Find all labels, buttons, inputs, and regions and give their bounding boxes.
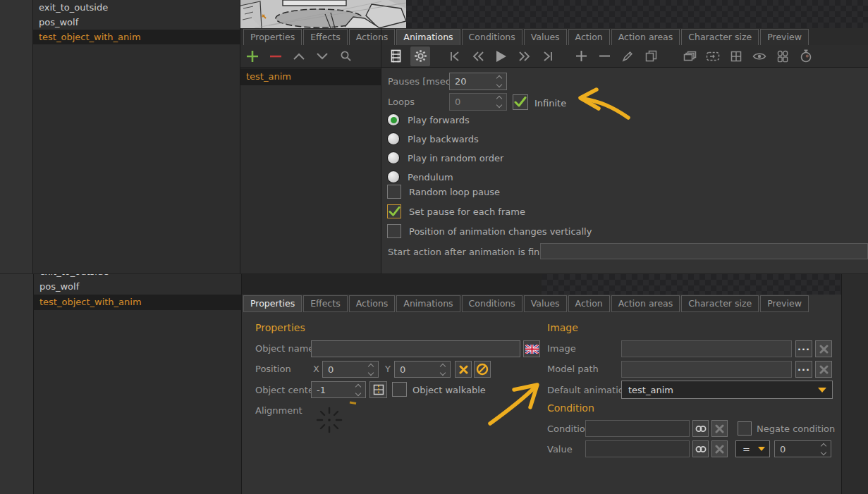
spinner-buttons[interactable]	[437, 364, 448, 375]
duplicate-icon[interactable]	[642, 47, 659, 66]
scene-thumbnail[interactable]	[240, 0, 406, 28]
condition-link-button[interactable]	[692, 420, 709, 437]
loops-spinner[interactable]: 0	[449, 93, 507, 111]
tab-actions[interactable]: Actions	[349, 295, 396, 312]
move-down-button[interactable]	[314, 47, 331, 66]
checkbox-set-pause-for-each-frame[interactable]	[387, 204, 401, 218]
playback-mode-group[interactable]: Play forwardsPlay backwardsPlay in rando…	[387, 113, 503, 190]
position-x-spinner[interactable]: 0	[322, 361, 379, 378]
radio-pendulum[interactable]	[387, 171, 400, 183]
fast-forward-icon[interactable]	[516, 47, 533, 66]
radio-play-backwards[interactable]	[387, 132, 400, 145]
image-browse-button[interactable]: ...	[795, 340, 812, 357]
language-flag-button[interactable]	[523, 340, 540, 357]
frames-view-icon[interactable]	[387, 47, 404, 66]
value-input[interactable]	[585, 440, 690, 457]
image-path-input[interactable]	[621, 340, 792, 357]
position-y-spinner[interactable]: 0	[394, 361, 451, 378]
animation-settings-icon[interactable]	[410, 47, 430, 66]
spinner-buttons[interactable]	[365, 364, 377, 375]
value-number-spinner[interactable]: 0	[774, 440, 831, 457]
frame-parts-icon[interactable]	[774, 47, 791, 66]
list-item[interactable]: test_object_with_anim	[34, 295, 241, 310]
radio-play-forwards[interactable]	[387, 113, 400, 126]
negate-condition-checkbox[interactable]	[738, 421, 752, 436]
value-operator-dropdown[interactable]: =	[735, 440, 770, 457]
tab-effects[interactable]: Effects	[303, 29, 348, 46]
pick-position-button[interactable]	[474, 361, 491, 378]
list-item[interactable]: exit_to_outside	[33, 0, 240, 15]
animation-loop-icon[interactable]	[704, 47, 721, 66]
bottom-tab-bar[interactable]: PropertiesEffectsActionsAnimationsCondit…	[243, 295, 809, 312]
copy-frames-icon[interactable]	[681, 47, 698, 66]
grid-icon[interactable]	[728, 47, 745, 66]
add-frame-icon[interactable]	[573, 47, 589, 66]
spinner-buttons[interactable]	[353, 385, 364, 395]
tab-properties[interactable]: Properties	[243, 29, 302, 46]
tab-values[interactable]: Values	[524, 295, 567, 312]
spinner-buttons[interactable]	[494, 76, 505, 87]
list-item-clipped[interactable]: exit_to_outside	[34, 274, 241, 279]
value-link-button[interactable]	[692, 440, 709, 457]
list-item[interactable]: pos_wolf	[34, 279, 241, 295]
default-animation-dropdown[interactable]: test_anim	[621, 381, 833, 399]
search-icon[interactable]	[337, 47, 354, 66]
animation-list-item[interactable]: test_anim	[240, 68, 381, 85]
tab-character-size[interactable]: Character size	[681, 295, 759, 312]
play-icon[interactable]	[493, 47, 510, 66]
tab-properties[interactable]: Properties	[243, 295, 302, 312]
tab-animations[interactable]: Animations	[396, 295, 460, 312]
animation-options-group[interactable]: Random loop pauseSet pause for each fram…	[387, 185, 592, 244]
animation-list[interactable]: test_anim	[240, 68, 381, 274]
move-up-button[interactable]	[291, 47, 307, 66]
skip-to-end-icon[interactable]	[539, 47, 556, 66]
tab-actions[interactable]: Actions	[349, 29, 396, 46]
condition-input[interactable]	[585, 420, 690, 437]
tab-action-areas[interactable]: Action areas	[611, 295, 680, 312]
add-animation-button[interactable]	[244, 47, 261, 66]
tab-action[interactable]: Action	[568, 29, 610, 46]
object-list[interactable]: exit_to_outsidepos_wolftest_object_with_…	[34, 274, 241, 494]
rewind-icon[interactable]	[470, 47, 487, 66]
model-path-input[interactable]	[621, 361, 792, 378]
infinite-checkbox[interactable]	[513, 94, 528, 110]
condition-clear-button[interactable]	[711, 420, 728, 437]
edit-icon[interactable]	[619, 47, 636, 66]
tab-effects[interactable]: Effects	[303, 295, 348, 312]
tab-conditions[interactable]: Conditions	[462, 295, 522, 312]
object-walkable-checkbox[interactable]	[392, 382, 407, 397]
spinner-buttons[interactable]	[818, 444, 829, 455]
pauses-spinner[interactable]: 20	[449, 73, 507, 90]
tab-action[interactable]: Action	[568, 295, 610, 312]
top-tab-bar[interactable]: PropertiesEffectsActionsAnimationsCondit…	[243, 29, 809, 46]
skip-to-start-icon[interactable]	[446, 47, 463, 66]
tab-preview[interactable]: Preview	[760, 295, 809, 312]
tab-action-areas[interactable]: Action areas	[611, 29, 680, 46]
object-center-pick-button[interactable]	[369, 381, 387, 398]
alignment-direction-widget[interactable]	[313, 404, 346, 436]
timing-icon[interactable]	[797, 47, 814, 66]
model-path-clear-button[interactable]	[815, 361, 832, 378]
checkbox-position-of-animation-changes-vertically[interactable]	[387, 224, 401, 238]
checkbox-random-loop-pause[interactable]	[387, 185, 401, 199]
clear-position-button[interactable]	[455, 361, 472, 378]
object-list[interactable]: exit_to_outsidepos_wolftest_object_with_…	[33, 0, 240, 274]
tab-character-size[interactable]: Character size	[681, 29, 759, 46]
value-clear-button[interactable]	[711, 440, 728, 457]
start-action-input[interactable]	[540, 243, 868, 259]
tab-animations[interactable]: Animations	[396, 29, 460, 46]
visibility-icon[interactable]	[751, 47, 768, 66]
spinner-buttons[interactable]	[494, 97, 505, 107]
image-clear-button[interactable]	[815, 340, 832, 357]
object-center-spinner[interactable]: -1	[311, 381, 366, 398]
model-path-browse-button[interactable]: ...	[795, 361, 812, 378]
remove-animation-button[interactable]	[267, 47, 284, 66]
tab-preview[interactable]: Preview	[760, 29, 809, 46]
remove-frame-icon[interactable]	[596, 47, 613, 66]
list-item[interactable]: test_object_with_anim	[33, 30, 240, 44]
tab-conditions[interactable]: Conditions	[462, 29, 522, 46]
radio-play-in-random-order[interactable]	[387, 152, 400, 164]
object-name-input[interactable]	[311, 340, 520, 357]
list-item[interactable]: pos_wolf	[33, 15, 240, 30]
tab-values[interactable]: Values	[524, 29, 567, 46]
